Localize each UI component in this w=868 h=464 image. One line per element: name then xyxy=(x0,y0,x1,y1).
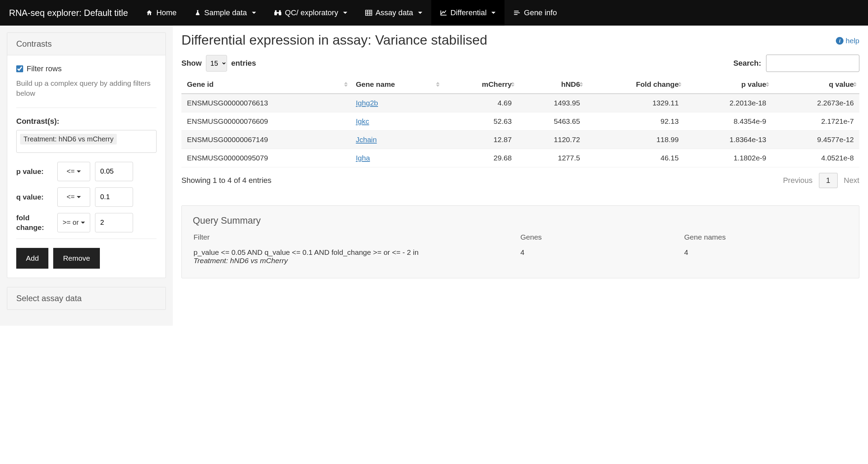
cell-gene-id: ENSMUSG00000076609 xyxy=(181,112,350,131)
pager-page-1[interactable]: 1 xyxy=(819,173,838,188)
column-header[interactable]: p value xyxy=(684,75,772,94)
cell-hnd6: 1277.5 xyxy=(517,149,586,167)
nav-item-label: Home xyxy=(156,8,177,17)
contrast-tag[interactable]: Treatment: hND6 vs mCherry xyxy=(20,134,117,145)
cell-mcherry: 4.69 xyxy=(442,94,517,112)
column-header[interactable]: Gene name xyxy=(350,75,442,94)
cell-p-value: 1.1802e-9 xyxy=(684,149,772,167)
cell-p-value: 1.8364e-13 xyxy=(684,131,772,149)
table-info-text: Showing 1 to 4 of 4 entries xyxy=(181,176,272,185)
nav-item-gene-info[interactable]: Gene info xyxy=(504,0,566,26)
nav-item-assay-data[interactable]: Assay data xyxy=(356,0,431,26)
cell-q-value: 9.4577e-12 xyxy=(772,131,859,149)
table-row: ENSMUSG00000067149Jchain12.871120.72118.… xyxy=(181,131,859,149)
cell-gene-name: Jchain xyxy=(350,131,442,149)
search-control: Search: xyxy=(733,55,859,72)
contrasts-panel-heading[interactable]: Contrasts xyxy=(7,33,166,55)
help-link[interactable]: i help xyxy=(836,37,859,45)
svg-rect-1 xyxy=(279,12,281,15)
table-row: ENSMUSG00000095079Igha29.681277.546.151.… xyxy=(181,149,859,167)
chevron-down-icon xyxy=(77,196,81,198)
bars-stagger-icon xyxy=(513,10,520,16)
select-assay-panel: Select assay data xyxy=(7,287,166,310)
contrast-label: Contrast(s): xyxy=(16,117,157,126)
svg-rect-5 xyxy=(366,10,372,16)
cell-gene-name: Igkc xyxy=(350,112,442,131)
filter-operator-select[interactable]: <= xyxy=(57,162,90,181)
column-header[interactable]: Gene id xyxy=(181,75,350,94)
select-assay-heading[interactable]: Select assay data xyxy=(7,287,166,309)
cell-mcherry: 52.63 xyxy=(442,112,517,131)
filter-rows-label: Filter rows xyxy=(27,64,62,73)
gene-link[interactable]: Igkc xyxy=(356,117,369,125)
filter-rows-checkbox[interactable] xyxy=(16,65,23,72)
cell-gene-name: Igha xyxy=(350,149,442,167)
binoculars-icon xyxy=(274,10,282,16)
chevron-down-icon xyxy=(81,222,85,224)
query-summary-title: Query Summary xyxy=(193,215,848,226)
filter-value-input[interactable] xyxy=(95,162,133,181)
filter-value-input[interactable] xyxy=(95,213,133,232)
nav-item-label: Assay data xyxy=(376,8,413,17)
pager-previous[interactable]: Previous xyxy=(783,176,813,185)
summary-header-genes: Genes xyxy=(520,233,683,248)
cell-gene-id: ENSMUSG00000076613 xyxy=(181,94,350,112)
search-label: Search: xyxy=(733,59,761,67)
cell-fold-change: 92.13 xyxy=(586,112,684,131)
summary-gene-names-cell: 4 xyxy=(684,248,847,268)
filter-operator-select[interactable]: <= xyxy=(57,187,90,207)
cell-hnd6: 5463.65 xyxy=(517,112,586,131)
nav-item-label: Differential xyxy=(451,8,487,17)
nav-item-differential[interactable]: Differential xyxy=(431,0,505,26)
filter-rows-checkbox-row[interactable]: Filter rows xyxy=(16,64,157,73)
filter-row: p value:<= xyxy=(16,162,157,181)
gene-link[interactable]: Igha xyxy=(356,154,370,162)
svg-rect-2 xyxy=(275,10,276,12)
nav-item-sample-data[interactable]: Sample data xyxy=(186,0,265,26)
help-link-label: help xyxy=(846,37,859,45)
add-button[interactable]: Add xyxy=(16,248,48,269)
cell-fold-change: 118.99 xyxy=(586,131,684,149)
entries-select[interactable]: 15 xyxy=(206,55,227,72)
gene-link[interactable]: Ighg2b xyxy=(356,99,378,107)
separator xyxy=(16,239,157,239)
results-table: Gene idGene namemCherryhND6Fold changep … xyxy=(181,75,859,167)
sort-icon xyxy=(766,82,769,87)
column-header[interactable]: q value xyxy=(772,75,859,94)
filter-row: fold change:>= or xyxy=(16,213,157,232)
filter-row: q value:<= xyxy=(16,187,157,207)
entries-length-control: Show 15 entries xyxy=(181,55,256,72)
summary-genes-cell: 4 xyxy=(520,248,683,268)
cell-p-value: 8.4354e-9 xyxy=(684,112,772,131)
filter-value-input[interactable] xyxy=(95,187,133,207)
nav-item-qc-exploratory[interactable]: QC/ exploratory xyxy=(265,0,356,26)
pager-next[interactable]: Next xyxy=(844,176,859,185)
contrasts-panel: Contrasts Filter rows Build up a complex… xyxy=(7,33,166,278)
chart-line-icon xyxy=(440,10,447,16)
column-header[interactable]: mCherry xyxy=(442,75,517,94)
search-input[interactable] xyxy=(766,55,859,72)
cell-fold-change: 46.15 xyxy=(586,149,684,167)
nav-item-label: Sample data xyxy=(204,8,247,17)
chevron-down-icon xyxy=(491,12,496,14)
chevron-down-icon xyxy=(252,12,256,14)
cell-gene-id: ENSMUSG00000067149 xyxy=(181,131,350,149)
chevron-down-icon xyxy=(343,12,347,14)
sort-icon xyxy=(344,82,348,87)
contrast-select[interactable]: Treatment: hND6 vs mCherry xyxy=(16,130,157,153)
column-header[interactable]: hND6 xyxy=(517,75,586,94)
sort-icon xyxy=(678,82,681,87)
remove-button[interactable]: Remove xyxy=(53,248,100,269)
separator xyxy=(16,108,157,108)
cell-p-value: 2.2013e-18 xyxy=(684,94,772,112)
nav-item-label: QC/ exploratory xyxy=(285,8,338,17)
filter-label: q value: xyxy=(16,192,53,202)
gene-link[interactable]: Jchain xyxy=(356,136,377,143)
page-title: Differential expression in assay: Varian… xyxy=(181,33,859,48)
nav-item-label: Gene info xyxy=(524,8,557,17)
nav-item-home[interactable]: Home xyxy=(137,0,186,26)
table-row: ENSMUSG00000076609Igkc52.635463.6592.138… xyxy=(181,112,859,131)
column-header[interactable]: Fold change xyxy=(586,75,684,94)
sidebar: Contrasts Filter rows Build up a complex… xyxy=(0,26,173,326)
filter-operator-select[interactable]: >= or xyxy=(57,213,90,232)
